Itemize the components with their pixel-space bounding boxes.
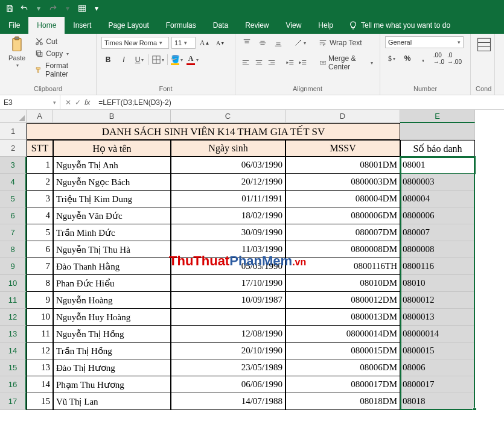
cell-stt-16[interactable]: 14	[27, 376, 53, 393]
cell-sbd-15[interactable]: 08006	[400, 359, 475, 376]
cell-mssv-9[interactable]: 0800116TH	[285, 258, 400, 275]
table-icon[interactable]	[75, 1, 89, 16]
row-header-1[interactable]: 1	[0, 123, 27, 140]
cell-mssv-14[interactable]: 0800015DM	[285, 343, 400, 359]
increase-decimal-icon[interactable]: .00→.0	[432, 52, 445, 65]
align-center-icon[interactable]	[254, 56, 264, 69]
redo-icon[interactable]	[46, 1, 60, 16]
cell-ten-5[interactable]: Triệu Thị Kim Dung	[53, 191, 171, 207]
cell-sbd-5[interactable]: 080004	[400, 191, 475, 207]
tab-insert[interactable]: Insert	[65, 17, 100, 34]
cell-stt-9[interactable]: 7	[27, 258, 53, 275]
cell-mssv-10[interactable]: 08010DM	[285, 275, 400, 292]
column-header-E[interactable]: E	[400, 110, 475, 123]
redo-dropdown-icon[interactable]: ▾	[60, 1, 75, 16]
fill-color-button[interactable]: 🪣▾	[170, 53, 183, 66]
increase-indent-icon[interactable]	[298, 56, 309, 69]
copy-button[interactable]: Copy▾	[33, 48, 91, 59]
wrap-text-button[interactable]: Wrap Text	[316, 37, 365, 48]
cell-ten-14[interactable]: Trần Thị Hồng	[53, 343, 171, 359]
percent-format-icon[interactable]: %	[401, 52, 414, 65]
cell-stt-7[interactable]: 5	[27, 224, 53, 241]
cell-ten-17[interactable]: Vũ Thị Lan	[53, 393, 171, 410]
conditional-format-button[interactable]	[476, 36, 493, 53]
cell-mssv-17[interactable]: 08018DM	[285, 393, 400, 410]
cell-E1[interactable]	[400, 123, 475, 140]
cell-mssv-5[interactable]: 080004DM	[285, 191, 400, 207]
decrease-font-icon[interactable]: A▼	[214, 36, 227, 49]
row-header-15[interactable]: 15	[0, 359, 27, 376]
font-size-combo[interactable]: 11▾	[171, 37, 196, 49]
cell-stt-3[interactable]: 1	[27, 157, 53, 174]
decrease-decimal-icon[interactable]: .0→.00	[448, 52, 461, 65]
underline-button[interactable]: U▾	[133, 53, 146, 66]
align-top-icon[interactable]	[240, 36, 254, 49]
align-right-icon[interactable]	[266, 56, 277, 69]
row-header-13[interactable]: 13	[0, 326, 27, 343]
cell-ngay-17[interactable]: 14/07/1988	[171, 393, 285, 410]
cell-ten-16[interactable]: Phạm Thu Hương	[53, 376, 171, 393]
cell-ten-12[interactable]: Nguyễn Huy Hoàng	[53, 309, 171, 326]
cell-ngay-4[interactable]: 20/12/1990	[171, 174, 285, 191]
cell-ngay-7[interactable]: 30/09/1990	[171, 224, 285, 241]
row-header-11[interactable]: 11	[0, 292, 27, 309]
row-header-5[interactable]: 5	[0, 191, 27, 207]
cell-sbd-7[interactable]: 080007	[400, 224, 475, 241]
cell-ten-4[interactable]: Nguyễn Ngọc Bách	[53, 174, 171, 191]
cell-ngay-11[interactable]: 10/09/1987	[171, 292, 285, 309]
comma-format-icon[interactable]: ,	[416, 52, 430, 65]
cell-ngay-14[interactable]: 20/10/1990	[171, 343, 285, 359]
cell-stt-5[interactable]: 3	[27, 191, 53, 207]
cell-ten-9[interactable]: Đào Thanh Hằng	[53, 258, 171, 275]
cell-sbd-8[interactable]: 0800008	[400, 241, 475, 258]
cell-ngay-6[interactable]: 18/02/1990	[171, 207, 285, 224]
formula-input[interactable]: =LEFT(D3;LEN(D3)-2)	[95, 95, 504, 109]
save-icon[interactable]	[2, 1, 17, 16]
tab-page-layout[interactable]: Page Layout	[100, 17, 157, 34]
orientation-icon[interactable]: ▾	[293, 36, 307, 49]
border-button[interactable]: ▾	[152, 53, 165, 66]
font-color-button[interactable]: A▾	[186, 53, 199, 66]
tab-help[interactable]: Help	[310, 17, 342, 34]
tab-home[interactable]: Home	[28, 17, 65, 34]
font-name-combo[interactable]: Times New Roma▾	[101, 37, 169, 49]
paste-button[interactable]: Paste ▾	[5, 36, 29, 68]
tab-review[interactable]: Review	[237, 17, 277, 34]
cell-mssv-3[interactable]: 08001DM	[285, 157, 400, 174]
cell-stt-13[interactable]: 11	[27, 326, 53, 343]
cell-stt-8[interactable]: 6	[27, 241, 53, 258]
cancel-formula-icon[interactable]: ✕	[65, 98, 71, 107]
cell-stt-6[interactable]: 4	[27, 207, 53, 224]
fill-handle[interactable]	[473, 408, 477, 410]
enter-formula-icon[interactable]: ✓	[75, 98, 81, 107]
cell-ngay-16[interactable]: 06/06/1990	[171, 376, 285, 393]
cell-stt-14[interactable]: 12	[27, 343, 53, 359]
cut-button[interactable]: Cut	[33, 36, 91, 47]
tab-formulas[interactable]: Formulas	[158, 17, 205, 34]
cell-mssv-11[interactable]: 0800012DM	[285, 292, 400, 309]
cell-ten-11[interactable]: Nguyễn Hoàng	[53, 292, 171, 309]
cell-sbd-13[interactable]: 08000014	[400, 326, 475, 343]
column-header-C[interactable]: C	[171, 110, 285, 123]
undo-icon[interactable]	[17, 1, 31, 16]
row-header-12[interactable]: 12	[0, 309, 27, 326]
tab-data[interactable]: Data	[205, 17, 237, 34]
bold-button[interactable]: B	[101, 53, 115, 66]
align-left-icon[interactable]	[240, 56, 251, 69]
cell-ten-6[interactable]: Nguyễn Văn Đức	[53, 207, 171, 224]
align-middle-icon[interactable]	[256, 36, 269, 49]
column-header-A[interactable]: A	[27, 110, 53, 123]
cell-mssv-7[interactable]: 080007DM	[285, 224, 400, 241]
cell-mssv-16[interactable]: 0800017DM	[285, 376, 400, 393]
row-header-9[interactable]: 9	[0, 258, 27, 275]
cell-ten-7[interactable]: Trần Minh Đức	[53, 224, 171, 241]
row-header-14[interactable]: 14	[0, 343, 27, 359]
cell-sbd-6[interactable]: 0800006	[400, 207, 475, 224]
name-box[interactable]: E3▾	[0, 95, 60, 109]
row-header-16[interactable]: 16	[0, 376, 27, 393]
worksheet-grid[interactable]: ABCDE1DANH SÁCH SINH VIÊN K14 THAM GIA T…	[0, 110, 504, 410]
cell-sbd-4[interactable]: 0800003	[400, 174, 475, 191]
cell-ngay-12[interactable]	[171, 309, 285, 326]
cell-sbd-12[interactable]: 0800013	[400, 309, 475, 326]
cell-sbd-14[interactable]: 0800015	[400, 343, 475, 359]
